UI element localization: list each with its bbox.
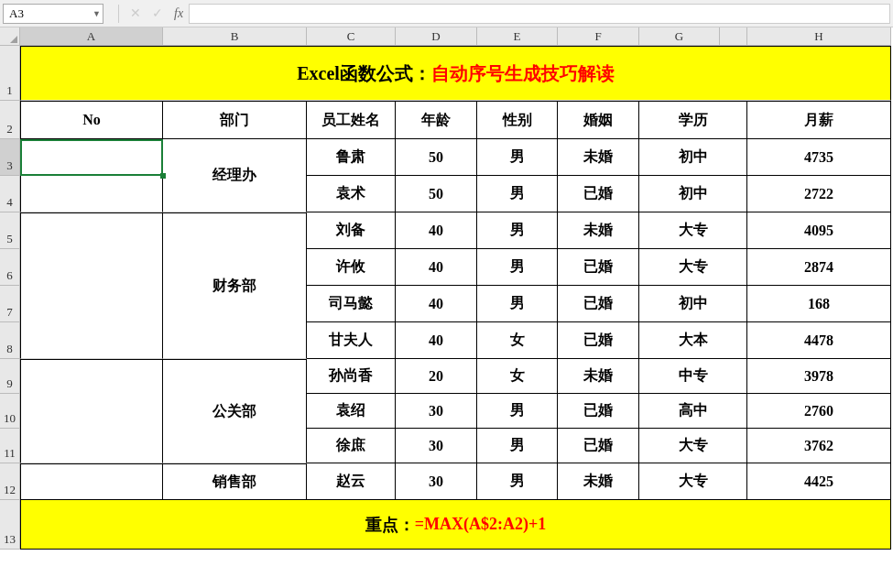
cell-E6[interactable]: 男	[477, 249, 558, 286]
cell-A12[interactable]	[20, 463, 163, 500]
row-header-2[interactable]: 2	[0, 101, 20, 139]
cell-G12[interactable]: 大专	[639, 463, 747, 500]
col-header-G[interactable]: G	[639, 27, 720, 46]
col-header-H[interactable]: H	[747, 27, 891, 46]
title-cell[interactable]: Excel函数公式：自动序号生成技巧解读	[20, 46, 891, 101]
cell-F7[interactable]: 已婚	[558, 286, 639, 322]
cell-C4[interactable]: 袁术	[307, 176, 396, 212]
row-header-1[interactable]: 1	[0, 46, 20, 101]
col-header-C[interactable]: C	[307, 27, 396, 46]
cell-G5[interactable]: 大专	[639, 212, 747, 249]
cell-C8[interactable]: 甘夫人	[307, 322, 396, 359]
col-header-gap[interactable]	[720, 27, 747, 46]
cell-C12[interactable]: 赵云	[307, 463, 396, 500]
cell-H7[interactable]: 168	[747, 286, 891, 322]
cell-D3[interactable]: 50	[396, 139, 477, 176]
row-header-9[interactable]: 9	[0, 359, 20, 394]
row-header-13[interactable]: 13	[0, 500, 20, 550]
cell-G11[interactable]: 大专	[639, 429, 747, 463]
hdr-dept[interactable]: 部门	[163, 101, 307, 139]
cell-G3[interactable]: 初中	[639, 139, 747, 176]
hdr-salary[interactable]: 月薪	[747, 101, 891, 139]
cell-D4[interactable]: 50	[396, 176, 477, 212]
cell-E11[interactable]: 男	[477, 429, 558, 463]
cell-C5[interactable]: 刘备	[307, 212, 396, 249]
cell-B3[interactable]: 经理办	[163, 139, 307, 212]
cell-H6[interactable]: 2874	[747, 249, 891, 286]
cell-F3[interactable]: 未婚	[558, 139, 639, 176]
name-box[interactable]: A3 ▼	[3, 4, 103, 24]
row-header-7[interactable]: 7	[0, 286, 20, 322]
cell-F12[interactable]: 未婚	[558, 463, 639, 500]
cell-C7[interactable]: 司马懿	[307, 286, 396, 322]
cell-H12[interactable]: 4425	[747, 463, 891, 500]
col-header-F[interactable]: F	[558, 27, 639, 46]
cell-D7[interactable]: 40	[396, 286, 477, 322]
cell-G8[interactable]: 大本	[639, 322, 747, 359]
select-all-corner[interactable]	[0, 27, 20, 46]
row-header-8[interactable]: 8	[0, 322, 20, 359]
cell-D9[interactable]: 20	[396, 359, 477, 394]
cell-E3[interactable]: 男	[477, 139, 558, 176]
hdr-name[interactable]: 员工姓名	[307, 101, 396, 139]
hdr-no[interactable]: No	[20, 101, 163, 139]
cell-C10[interactable]: 袁绍	[307, 394, 396, 429]
col-header-E[interactable]: E	[477, 27, 558, 46]
footer-cell[interactable]: 重点： =MAX(A$2:A2)+1	[20, 500, 891, 550]
cell-B5[interactable]: 财务部	[163, 212, 307, 359]
cell-A3[interactable]	[20, 139, 163, 212]
cell-F9[interactable]: 未婚	[558, 359, 639, 394]
row-header-4[interactable]: 4	[0, 176, 20, 212]
cell-D10[interactable]: 30	[396, 394, 477, 429]
cell-F8[interactable]: 已婚	[558, 322, 639, 359]
cell-G4[interactable]: 初中	[639, 176, 747, 212]
cell-H9[interactable]: 3978	[747, 359, 891, 394]
cell-F4[interactable]: 已婚	[558, 176, 639, 212]
cell-E10[interactable]: 男	[477, 394, 558, 429]
cell-H4[interactable]: 2722	[747, 176, 891, 212]
cell-D8[interactable]: 40	[396, 322, 477, 359]
cell-B9[interactable]: 公关部	[163, 359, 307, 463]
cell-H8[interactable]: 4478	[747, 322, 891, 359]
hdr-sex[interactable]: 性别	[477, 101, 558, 139]
cell-E5[interactable]: 男	[477, 212, 558, 249]
row-header-11[interactable]: 11	[0, 429, 20, 463]
row-header-3[interactable]: 3	[0, 139, 20, 176]
cell-B12[interactable]: 销售部	[163, 463, 307, 500]
col-header-B[interactable]: B	[163, 27, 307, 46]
cell-A5[interactable]	[20, 212, 163, 359]
cell-F11[interactable]: 已婚	[558, 429, 639, 463]
cell-C9[interactable]: 孙尚香	[307, 359, 396, 394]
cell-H10[interactable]: 2760	[747, 394, 891, 429]
hdr-age[interactable]: 年龄	[396, 101, 477, 139]
row-header-10[interactable]: 10	[0, 394, 20, 429]
col-header-A[interactable]: A	[20, 27, 163, 46]
confirm-icon[interactable]: ✓	[152, 5, 163, 21]
cell-E9[interactable]: 女	[477, 359, 558, 394]
fx-icon[interactable]: fx	[174, 6, 183, 21]
cell-D6[interactable]: 40	[396, 249, 477, 286]
cell-H5[interactable]: 4095	[747, 212, 891, 249]
cell-G10[interactable]: 高中	[639, 394, 747, 429]
cell-D12[interactable]: 30	[396, 463, 477, 500]
cell-F5[interactable]: 未婚	[558, 212, 639, 249]
cell-C3[interactable]: 鲁肃	[307, 139, 396, 176]
cancel-icon[interactable]: ✕	[130, 5, 141, 21]
row-header-6[interactable]: 6	[0, 249, 20, 286]
cell-F10[interactable]: 已婚	[558, 394, 639, 429]
cell-E12[interactable]: 男	[477, 463, 558, 500]
cell-C11[interactable]: 徐庶	[307, 429, 396, 463]
cell-G7[interactable]: 初中	[639, 286, 747, 322]
cell-H11[interactable]: 3762	[747, 429, 891, 463]
cell-G6[interactable]: 大专	[639, 249, 747, 286]
cell-D5[interactable]: 40	[396, 212, 477, 249]
cell-F6[interactable]: 已婚	[558, 249, 639, 286]
cell-E7[interactable]: 男	[477, 286, 558, 322]
hdr-marry[interactable]: 婚姻	[558, 101, 639, 139]
name-box-dropdown-icon[interactable]: ▼	[93, 9, 101, 18]
cell-E8[interactable]: 女	[477, 322, 558, 359]
formula-bar[interactable]	[189, 4, 890, 24]
cell-G9[interactable]: 中专	[639, 359, 747, 394]
cell-D11[interactable]: 30	[396, 429, 477, 463]
hdr-edu[interactable]: 学历	[639, 101, 747, 139]
